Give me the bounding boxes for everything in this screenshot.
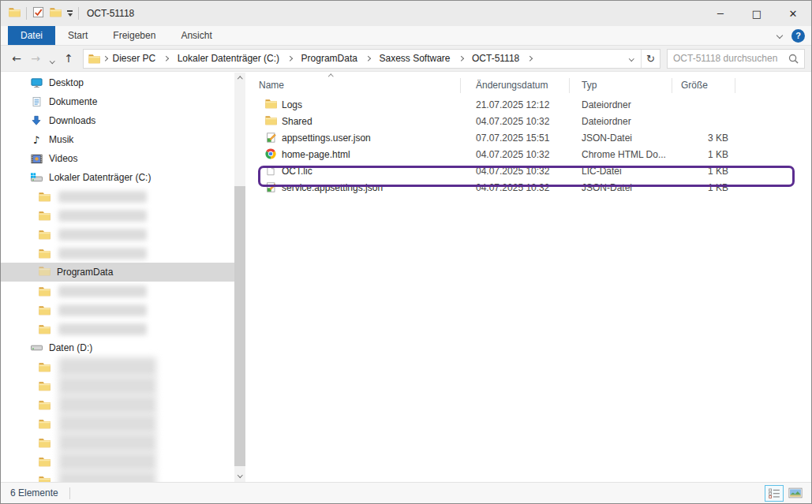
sidebar-item-redacted[interactable] bbox=[1, 301, 234, 319]
forward-button[interactable]: → bbox=[26, 52, 45, 65]
breadcrumb-segment[interactable]: Lokaler Datenträger (C:) bbox=[174, 50, 297, 68]
status-bar: 6 Elemente bbox=[1, 482, 811, 503]
folder-icon bbox=[264, 115, 277, 125]
file-row-oct-lic[interactable]: OCT.lic 04.07.2025 10:32 LIC-Datei 1 KB bbox=[245, 163, 811, 180]
thumbnails-view-button[interactable] bbox=[786, 485, 805, 502]
redacted-label bbox=[58, 433, 156, 452]
address-dropdown-icon[interactable] bbox=[622, 50, 641, 68]
sidebar-item-redacted[interactable] bbox=[1, 187, 234, 206]
file-type: Dateiordner bbox=[582, 99, 631, 110]
sidebar-item-redacted[interactable] bbox=[1, 282, 234, 301]
file-row-shared[interactable]: Shared 04.07.2025 10:32 Dateiordner bbox=[245, 114, 811, 130]
sidebar-item-redacted[interactable] bbox=[1, 206, 234, 225]
scroll-up-icon[interactable] bbox=[234, 73, 245, 86]
file-date: 07.07.2025 15:51 bbox=[476, 133, 549, 144]
file-row-logs[interactable]: Logs 21.07.2025 12:12 Dateiordner bbox=[245, 97, 811, 114]
search-input[interactable]: OCT-51118 durchsuchen bbox=[667, 49, 805, 69]
content-area: Desktop Dokumente Downloads ♪ Musik Vide… bbox=[1, 73, 811, 482]
help-icon[interactable]: ? bbox=[791, 29, 805, 43]
file-row-home-page-html[interactable]: home-page.html 04.07.2025 10:32 Chrome H… bbox=[245, 147, 811, 163]
sidebar-scrollbar[interactable] bbox=[234, 73, 245, 482]
sidebar-item-videos[interactable]: Videos bbox=[1, 149, 234, 168]
maximize-button[interactable]: □ bbox=[739, 1, 775, 26]
sidebar-item-redacted[interactable] bbox=[1, 395, 234, 414]
file-row-appsettings-user-json[interactable]: appsettings.user.json 07.07.2025 15:51 J… bbox=[245, 130, 811, 147]
sidebar-item-redacted[interactable] bbox=[1, 471, 234, 482]
breadcrumb-separator-icon bbox=[527, 56, 532, 61]
recent-locations-icon[interactable] bbox=[45, 52, 59, 65]
sidebar-item-desktop[interactable]: Desktop bbox=[1, 73, 234, 92]
minimize-button[interactable]: ─ bbox=[702, 1, 739, 26]
sort-ascending-icon bbox=[328, 74, 333, 79]
sidebar-item-redacted[interactable] bbox=[1, 225, 234, 244]
ribbon-tab-row: Datei Start Freigeben Ansicht ? bbox=[1, 26, 811, 46]
column-header-size[interactable]: Größe bbox=[681, 80, 708, 91]
column-header-type[interactable]: Typ bbox=[582, 80, 597, 91]
desktop-icon bbox=[29, 77, 43, 88]
sidebar-item-dokumente[interactable]: Dokumente bbox=[1, 92, 234, 111]
file-date: 21.07.2025 12:12 bbox=[476, 99, 549, 110]
redacted-label bbox=[58, 229, 147, 241]
sidebar-item-redacted[interactable] bbox=[1, 414, 234, 433]
refresh-icon[interactable]: ↻ bbox=[641, 50, 660, 68]
folder-icon bbox=[37, 230, 51, 240]
up-button[interactable]: ↑ bbox=[59, 52, 78, 65]
title-bar: OCT-51118 ─ □ ✕ bbox=[1, 1, 811, 26]
breadcrumb-segment[interactable]: OCT-51118 bbox=[468, 50, 537, 68]
column-header-date[interactable]: Änderungsdatum bbox=[476, 80, 548, 91]
breadcrumb-separator-icon bbox=[365, 56, 370, 61]
search-icon bbox=[788, 54, 799, 64]
address-bar-row: ← → ↑ Dieser PC Lokaler Datenträger (C:)… bbox=[1, 46, 811, 72]
breadcrumb-separator-icon bbox=[163, 56, 168, 61]
file-name: OCT.lic bbox=[282, 166, 312, 177]
sidebar-item-programdata[interactable]: ProgramData bbox=[1, 263, 234, 282]
sidebar-item-daten-d[interactable]: Daten (D:) bbox=[1, 338, 234, 357]
scrollbar-thumb[interactable] bbox=[234, 186, 245, 466]
redacted-label bbox=[58, 471, 156, 482]
expand-ribbon-icon[interactable] bbox=[776, 32, 783, 39]
close-button[interactable]: ✕ bbox=[775, 1, 811, 26]
tab-freigeben[interactable]: Freigeben bbox=[100, 26, 168, 45]
breadcrumb-segment[interactable]: ProgramData bbox=[297, 50, 376, 68]
item-count: 6 Elemente bbox=[10, 487, 58, 498]
folder-icon bbox=[37, 476, 51, 483]
sidebar-item-redacted[interactable] bbox=[1, 244, 234, 263]
details-view-button[interactable] bbox=[765, 485, 784, 502]
file-size: 1 KB bbox=[648, 149, 728, 160]
sidebar-item-redacted[interactable] bbox=[1, 433, 234, 452]
properties-icon[interactable] bbox=[32, 6, 44, 21]
chrome-icon bbox=[264, 148, 277, 159]
location-folder-icon bbox=[88, 54, 100, 64]
sidebar-item-downloads[interactable]: Downloads bbox=[1, 111, 234, 130]
sidebar-item-redacted[interactable] bbox=[1, 452, 234, 471]
breadcrumb-separator-icon bbox=[103, 56, 107, 61]
quick-access-toolbar bbox=[9, 6, 79, 21]
folder-icon bbox=[37, 211, 51, 221]
breadcrumb-segment[interactable]: Saxess Software bbox=[375, 50, 468, 68]
tab-datei[interactable]: Datei bbox=[8, 26, 55, 45]
redacted-label bbox=[58, 286, 147, 297]
navigation-pane: Desktop Dokumente Downloads ♪ Musik Vide… bbox=[1, 73, 234, 482]
folder-icon bbox=[37, 286, 51, 297]
sidebar-item-redacted[interactable] bbox=[1, 376, 234, 395]
scroll-down-icon[interactable] bbox=[234, 469, 245, 482]
breadcrumb-segment[interactable]: Dieser PC bbox=[109, 50, 174, 68]
sidebar-item-lokaler-datentr-ger-c[interactable]: Lokaler Datenträger (C:) bbox=[1, 168, 234, 187]
sidebar-item-redacted[interactable] bbox=[1, 319, 234, 338]
customize-toolbar-icon[interactable] bbox=[67, 10, 73, 17]
address-bar[interactable]: Dieser PC Lokaler Datenträger (C:) Progr… bbox=[83, 49, 660, 69]
sidebar-item-redacted[interactable] bbox=[1, 357, 234, 376]
redacted-label bbox=[58, 357, 156, 376]
back-button[interactable]: ← bbox=[7, 52, 26, 65]
new-folder-icon[interactable] bbox=[50, 7, 62, 20]
redacted-label bbox=[58, 452, 156, 471]
folder-icon bbox=[37, 419, 51, 429]
folder-icon bbox=[264, 99, 277, 109]
file-size: 1 KB bbox=[648, 182, 728, 193]
tab-ansicht[interactable]: Ansicht bbox=[168, 26, 224, 45]
file-row-service-appsettings-json[interactable]: service.appsettings.json 04.07.2025 10:3… bbox=[245, 180, 811, 196]
file-type: Dateiordner bbox=[582, 116, 631, 127]
sidebar-item-musik[interactable]: ♪ Musik bbox=[1, 130, 234, 149]
tab-start[interactable]: Start bbox=[55, 26, 100, 45]
column-header-name[interactable]: Name bbox=[259, 80, 284, 91]
